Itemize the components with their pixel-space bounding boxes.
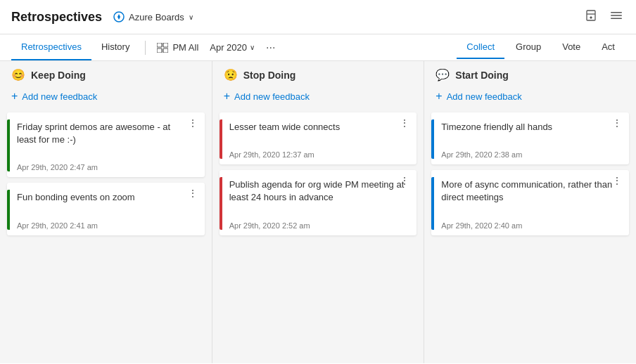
column-header-stop-doing: 😟 Stop Doing [212, 61, 424, 87]
card-start-doing-0: Timezone friendly all hands Apr 29th, 20… [431, 112, 629, 164]
add-feedback-plus-keep-doing: + [11, 90, 18, 103]
stop-doing-title: Stop Doing [243, 70, 296, 81]
azure-boards-icon [113, 11, 125, 22]
nav-bar: Retrospectives History PM All Apr 2020 ∨… [0, 34, 636, 61]
card-keep-doing-0: Friday sprint demos are awesome - at lea… [7, 112, 205, 177]
card-menu-stop-doing-1[interactable]: ⋮ [397, 174, 412, 187]
svg-rect-5 [157, 43, 162, 47]
column-stop-doing: 😟 Stop Doing + Add new feedback Lesser t… [212, 61, 425, 363]
add-feedback-keep-doing-label: Add new feedback [22, 91, 97, 102]
card-content-start-doing-0: Timezone friendly all hands Apr 29th, 20… [441, 119, 622, 159]
board-selector-label: PM All [172, 42, 198, 53]
svg-rect-2 [611, 12, 622, 13]
card-accent-green-0 [7, 119, 10, 171]
card-start-doing-1: More of async communication, rather than… [431, 170, 629, 235]
card-menu-stop-doing-0[interactable]: ⋮ [397, 117, 412, 129]
card-stop-doing-1: Publish agenda for org wide PM meeting a… [220, 170, 417, 235]
phase-tab-group[interactable]: Group [506, 36, 551, 59]
column-header-keep-doing: 😊 Keep Doing [0, 61, 212, 87]
bookmark-icon [585, 10, 597, 21]
svg-rect-4 [611, 18, 622, 20]
card-text-stop-doing-1: Publish agenda for org wide PM meeting a… [229, 177, 405, 218]
bookmark-button[interactable] [583, 7, 599, 27]
card-date-keep-doing-0: Apr 29th, 2020 2:47 am [17, 163, 192, 171]
keep-doing-icon: 😊 [11, 68, 25, 82]
card-accent-red-0 [220, 119, 222, 159]
card-content-stop-doing-1: Publish agenda for org wide PM meeting a… [229, 177, 410, 229]
tab-retrospectives[interactable]: Retrospectives [11, 34, 91, 60]
card-date-keep-doing-1: Apr 29th, 2020 2:41 am [17, 221, 192, 230]
card-accent-green-1 [7, 190, 10, 229]
card-accent-red-1 [220, 177, 222, 229]
nav-divider [145, 41, 146, 55]
column-start-doing: 💬 Start Doing + Add new feedback Timezon… [424, 61, 636, 363]
more-options-button[interactable]: ··· [260, 39, 281, 57]
phase-tab-collect[interactable]: Collect [457, 36, 504, 59]
board-selector-button[interactable]: PM All [151, 38, 204, 57]
top-bar-left: Retrospectives Azure Boards ∨ [11, 10, 193, 25]
azure-boards-chevron: ∨ [189, 13, 193, 21]
card-accent-blue-0 [431, 119, 434, 159]
cards-list-keep-doing: Friday sprint demos are awesome - at lea… [0, 110, 212, 363]
card-content-keep-doing-1: Fun bonding events on zoom Apr 29th, 202… [17, 190, 198, 229]
app-title: Retrospectives [11, 10, 102, 25]
azure-boards-button[interactable]: Azure Boards ∨ [113, 11, 193, 22]
card-keep-doing-1: Fun bonding events on zoom Apr 29th, 202… [7, 183, 205, 235]
card-menu-start-doing-0[interactable]: ⋮ [609, 117, 625, 129]
hamburger-icon [611, 10, 622, 21]
card-menu-start-doing-1[interactable]: ⋮ [609, 174, 625, 187]
card-date-stop-doing-0: Apr 29th, 2020 12:37 am [229, 150, 405, 159]
card-content-start-doing-1: More of async communication, rather than… [441, 177, 622, 229]
card-text-keep-doing-1: Fun bonding events on zoom [17, 190, 192, 218]
card-text-start-doing-1: More of async communication, rather than… [441, 177, 616, 218]
card-text-stop-doing-0: Lesser team wide connects [229, 119, 405, 148]
card-menu-keep-doing-0[interactable]: ⋮ [185, 117, 201, 129]
card-content-stop-doing-0: Lesser team wide connects Apr 29th, 2020… [229, 119, 410, 159]
card-date-start-doing-1: Apr 29th, 2020 2:40 am [441, 221, 616, 230]
card-text-keep-doing-0: Friday sprint demos are awesome - at lea… [17, 119, 192, 160]
start-doing-icon: 💬 [435, 68, 450, 82]
phase-tabs: Collect Group Vote Act [457, 36, 625, 59]
card-date-start-doing-0: Apr 29th, 2020 2:38 am [441, 150, 616, 159]
add-feedback-keep-doing-button[interactable]: + Add new feedback [0, 87, 212, 110]
stop-doing-icon: 😟 [224, 68, 238, 82]
add-feedback-stop-doing-label: Add new feedback [234, 91, 310, 102]
tab-history[interactable]: History [91, 34, 139, 60]
card-date-stop-doing-1: Apr 29th, 2020 2:52 am [229, 221, 405, 230]
hamburger-menu-button[interactable] [608, 7, 625, 27]
add-feedback-plus-start-doing: + [435, 90, 442, 103]
card-accent-blue-1 [431, 177, 434, 229]
card-text-start-doing-0: Timezone friendly all hands [441, 119, 616, 148]
add-feedback-start-doing-label: Add new feedback [447, 91, 522, 102]
columns-area: 😊 Keep Doing + Add new feedback Friday s… [0, 61, 636, 363]
board-grid-icon [157, 43, 168, 53]
period-label: Apr 2020 [210, 42, 247, 53]
column-keep-doing: 😊 Keep Doing + Add new feedback Friday s… [0, 61, 212, 363]
cards-list-stop-doing: Lesser team wide connects Apr 29th, 2020… [212, 110, 424, 363]
card-menu-keep-doing-1[interactable]: ⋮ [185, 187, 201, 200]
add-feedback-plus-stop-doing: + [224, 90, 230, 103]
period-chevron: ∨ [250, 44, 255, 51]
svg-rect-3 [611, 15, 622, 16]
azure-boards-label: Azure Boards [129, 12, 184, 22]
card-content-keep-doing-0: Friday sprint demos are awesome - at lea… [17, 119, 198, 171]
add-feedback-start-doing-button[interactable]: + Add new feedback [424, 87, 636, 110]
svg-rect-7 [157, 48, 162, 53]
top-bar-right [583, 7, 625, 27]
start-doing-title: Start Doing [455, 70, 508, 81]
cards-list-start-doing: Timezone friendly all hands Apr 29th, 20… [424, 110, 636, 363]
svg-rect-6 [163, 43, 168, 47]
column-header-start-doing: 💬 Start Doing [424, 61, 636, 87]
keep-doing-title: Keep Doing [31, 70, 86, 81]
phase-tab-vote[interactable]: Vote [552, 36, 590, 59]
svg-rect-8 [163, 48, 168, 53]
period-selector-button[interactable]: Apr 2020 ∨ [204, 38, 260, 57]
card-stop-doing-0: Lesser team wide connects Apr 29th, 2020… [220, 112, 417, 164]
add-feedback-stop-doing-button[interactable]: + Add new feedback [212, 87, 424, 110]
phase-tab-act[interactable]: Act [592, 36, 625, 59]
top-bar: Retrospectives Azure Boards ∨ [0, 0, 636, 34]
